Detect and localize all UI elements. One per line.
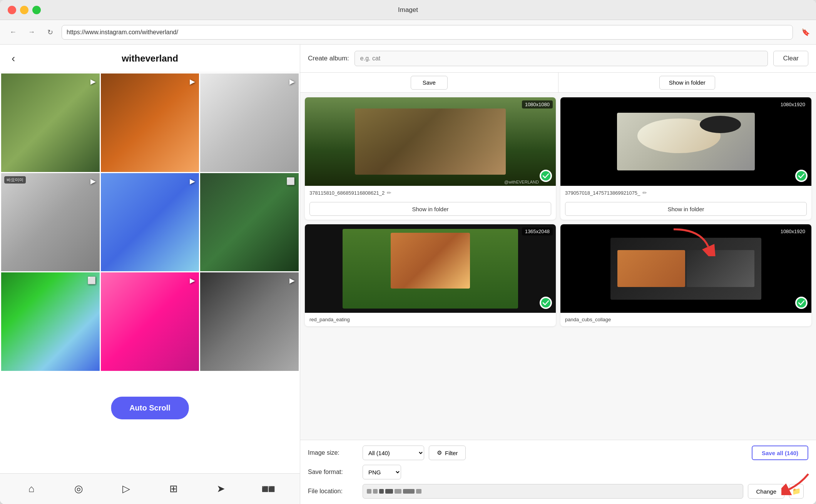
check-mark-2[interactable] xyxy=(795,170,808,182)
compass-icon[interactable]: ◎ xyxy=(70,481,87,497)
browser-toolbar: ← → ↻ https://www.instagram.com/withever… xyxy=(0,20,816,45)
show-folder-btn-2[interactable]: Show in folder xyxy=(565,202,807,216)
loc-dot-4 xyxy=(385,489,393,494)
app-window: Imaget ← → ↻ https://www.instagram.com/w… xyxy=(0,0,816,504)
edit-icon-1[interactable]: ✏ xyxy=(387,190,391,196)
image-size-select[interactable]: All (140) xyxy=(363,446,424,460)
image-card-info-2: 379057018_1475713869921075_ ✏ xyxy=(560,186,811,200)
bottom-toolbar: Image size: All (140) ⚙ Filter Save all … xyxy=(300,440,816,504)
svg-point-1 xyxy=(796,171,806,181)
right-panel: Create album: Clear Save Show in folder xyxy=(300,45,816,504)
check-mark-3[interactable] xyxy=(540,297,552,309)
image-thumb-3: 1365x2048 xyxy=(305,224,556,313)
window-title: Imaget xyxy=(398,6,418,14)
instagram-grid-wrapper: ▶ ▶ ▶ ▶ 바요미미 ▶ xyxy=(0,72,300,473)
toolbar-row-2: Save format: PNG xyxy=(308,465,808,479)
grid-item[interactable]: ▶ 바요미미 xyxy=(1,173,100,272)
main-content: ‹ witheverland ▶ ▶ ▶ xyxy=(0,45,816,504)
media-badge: 바요미미 xyxy=(4,176,26,184)
browser-bottom-nav: ⌂ ◎ ▷ ⊞ ➤ ⬛⬛ xyxy=(0,473,300,504)
image-card-info-4: panda_cubs_collage xyxy=(560,313,811,326)
grid-item[interactable]: ⬜ xyxy=(1,272,100,371)
maximize-button[interactable] xyxy=(32,6,41,14)
grid-item[interactable]: ▶ xyxy=(200,73,299,172)
image-thumb-1: 1080x1080 @withEVERLAND xyxy=(305,97,556,186)
check-mark-1[interactable] xyxy=(540,170,552,182)
dots-icon: ⬛⬛ xyxy=(260,481,277,497)
filter-icon: ⚙ xyxy=(437,449,442,456)
filename-3-text: red_panda_eating xyxy=(309,317,350,322)
image-filename-3: red_panda_eating xyxy=(309,317,551,322)
file-location-label: File location: xyxy=(308,488,358,495)
grid-item[interactable]: ▶ xyxy=(200,272,299,371)
forward-nav-button[interactable]: → xyxy=(25,25,38,39)
album-label: Create album: xyxy=(308,55,349,62)
home-icon[interactable]: ⌂ xyxy=(23,481,40,497)
edit-icon-2[interactable]: ✏ xyxy=(642,190,647,196)
image-dims-1: 1080x1080 xyxy=(522,100,553,108)
file-location-bar xyxy=(363,484,743,499)
folder-icon-button[interactable]: 📁 xyxy=(789,484,804,499)
save-all-button[interactable]: Save all (140) xyxy=(752,446,808,460)
media-multi-icon: ⬜ xyxy=(87,276,96,285)
video-icon: ▶ xyxy=(289,276,295,285)
loc-dot-3 xyxy=(379,489,384,494)
grid-item[interactable]: ▶ xyxy=(101,173,199,272)
video-icon: ▶ xyxy=(90,177,96,185)
clear-button[interactable]: Clear xyxy=(773,51,808,66)
toolbar-row-3: File location: Change 📁 xyxy=(308,484,808,499)
grid-item[interactable]: ▶ xyxy=(101,272,199,371)
filter-button[interactable]: ⚙ Filter xyxy=(429,446,466,460)
page-title: witheverland xyxy=(122,53,178,64)
auto-scroll-button[interactable]: Auto Scroll xyxy=(111,397,189,419)
image-card-1: 1080x1080 @withEVERLAND 378115810_686859… xyxy=(305,97,556,220)
folder-icon: 📁 xyxy=(792,487,801,496)
loc-dot-2 xyxy=(373,489,378,494)
right-top-bar: Create album: Clear xyxy=(300,45,816,73)
show-folder-btn-1[interactable]: Show in folder xyxy=(309,202,551,216)
format-select[interactable]: PNG xyxy=(363,465,401,479)
image-card-info-3: red_panda_eating xyxy=(305,313,556,326)
save-button[interactable]: Save xyxy=(411,76,448,90)
grid-item[interactable]: ▶ xyxy=(101,73,199,172)
bookmark-icon[interactable]: 🔖 xyxy=(801,28,810,37)
image-thumb-2: 1080x1920 xyxy=(560,97,811,186)
address-bar[interactable]: https://www.instagram.com/witheverland/ xyxy=(62,25,793,40)
loc-dot-6 xyxy=(403,489,415,494)
filter-label: Filter xyxy=(445,450,458,456)
video-icon: ▶ xyxy=(289,77,295,86)
image-size-label: Image size: xyxy=(308,449,358,456)
filename-4-text: panda_cubs_collage xyxy=(565,317,611,322)
save-format-label: Save format: xyxy=(308,469,358,476)
page-header: ‹ witheverland xyxy=(0,45,300,72)
image-card-info-1: 378115810_686859116808621_2 ✏ xyxy=(305,186,556,200)
change-button[interactable]: Change xyxy=(748,484,784,499)
svg-point-3 xyxy=(796,298,806,308)
browser-panel: ‹ witheverland ▶ ▶ ▶ xyxy=(0,45,300,504)
plus-square-icon[interactable]: ⊞ xyxy=(165,481,182,497)
send-icon[interactable]: ➤ xyxy=(212,481,229,497)
image-card-4: 1080x1920 panda_cubs_collage xyxy=(560,224,811,326)
media-multi-icon: ⬜ xyxy=(286,177,295,185)
video-icon: ▶ xyxy=(90,77,96,86)
image-filename-2: 379057018_1475713869921075_ ✏ xyxy=(565,190,807,196)
loc-dot-5 xyxy=(395,489,401,494)
svg-point-0 xyxy=(541,171,551,181)
check-mark-4[interactable] xyxy=(795,297,808,309)
minimize-button[interactable] xyxy=(20,6,28,14)
grid-item[interactable]: ⬜ xyxy=(200,173,299,272)
top-show-folder-button[interactable]: Show in folder xyxy=(659,76,715,90)
back-nav-button[interactable]: ← xyxy=(6,25,20,39)
images-area: 1080x1080 @withEVERLAND 378115810_686859… xyxy=(300,93,816,440)
video-icon: ▶ xyxy=(190,276,195,285)
images-scroll: 1080x1080 @withEVERLAND 378115810_686859… xyxy=(300,93,816,331)
album-input[interactable] xyxy=(354,51,768,66)
titlebar: Imaget xyxy=(0,0,816,20)
page-back-button[interactable]: ‹ xyxy=(12,52,15,65)
image-dims-2: 1080x1920 xyxy=(778,100,808,108)
play-square-icon[interactable]: ▷ xyxy=(118,481,135,497)
reload-button[interactable]: ↻ xyxy=(43,25,57,39)
grid-item[interactable]: ▶ xyxy=(1,73,100,172)
close-button[interactable] xyxy=(8,6,16,14)
video-icon: ▶ xyxy=(190,177,195,185)
